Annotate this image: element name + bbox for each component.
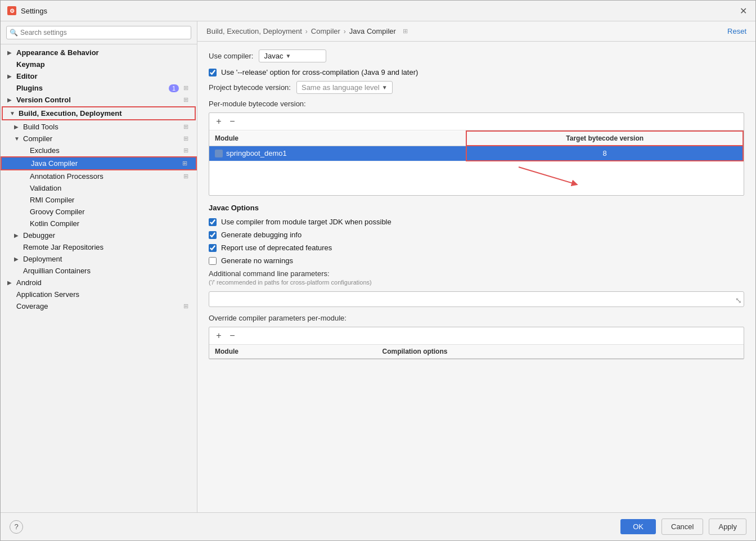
project-bytecode-label: Project bytecode version: bbox=[209, 83, 291, 92]
sidebar-item-keymap[interactable]: Keymap bbox=[1, 58, 197, 70]
sidebar-item-debugger[interactable]: ▶ Debugger bbox=[1, 229, 197, 241]
apply-button[interactable]: Apply bbox=[709, 519, 746, 535]
help-button[interactable]: ? bbox=[10, 520, 23, 534]
sidebar-item-label: Android bbox=[16, 278, 191, 287]
table-header-row: Module Target bytecode version bbox=[209, 131, 743, 146]
reset-button[interactable]: Reset bbox=[727, 27, 746, 35]
override-compilation-header: Compilation options bbox=[376, 345, 744, 359]
sidebar-item-label: Plugins bbox=[16, 84, 166, 92]
svg-line-1 bbox=[519, 167, 575, 184]
sidebar-item-plugins[interactable]: Plugins 1 ⊞ bbox=[1, 82, 197, 94]
sidebar-item-editor[interactable]: ▶ Editor bbox=[1, 70, 197, 82]
settings-tree: ▶ Appearance & Behavior Keymap ▶ Editor … bbox=[1, 44, 197, 512]
add-row-button[interactable]: + bbox=[213, 115, 225, 128]
settings-dialog: ⚙ Settings ✕ 🔍 ▶ Appearance & Behavior bbox=[0, 0, 756, 541]
breadcrumb-current: Java Compiler bbox=[349, 27, 396, 35]
sidebar-item-label: Remote Jar Repositories bbox=[23, 243, 191, 251]
sidebar-item-label: Deployment bbox=[23, 255, 191, 263]
expand-arrow: ▶ bbox=[14, 256, 21, 262]
expand-icon[interactable]: ⤡ bbox=[735, 296, 742, 305]
module-column-header: Module bbox=[209, 131, 466, 146]
sidebar-item-annotation-processors[interactable]: Annotation Processors ⊞ bbox=[1, 170, 197, 182]
breadcrumb: Build, Execution, Deployment › Compiler … bbox=[206, 27, 408, 35]
sidebar-item-label: Build Tools bbox=[23, 123, 181, 131]
app-icon: ⚙ bbox=[7, 6, 16, 15]
project-bytecode-dropdown[interactable]: Same as language level ▼ bbox=[296, 81, 393, 94]
sidebar-item-label: Application Servers bbox=[16, 290, 191, 299]
content-body: Use compiler: Javac ▼ Use '--release' op… bbox=[197, 42, 755, 512]
sidebar-item-kotlin-compiler[interactable]: Kotlin Compiler bbox=[1, 218, 197, 229]
module-cell: springboot_demo1 bbox=[209, 146, 466, 161]
override-remove-button[interactable]: − bbox=[226, 330, 238, 342]
sidebar-item-compiler[interactable]: ▼ Compiler ⊞ bbox=[1, 133, 197, 145]
expand-arrow: ▶ bbox=[7, 97, 14, 103]
close-button[interactable]: ✕ bbox=[737, 5, 749, 16]
bottom-bar: ? OK Cancel Apply bbox=[1, 512, 755, 540]
project-bytecode-row: Project bytecode version: Same as langua… bbox=[209, 81, 744, 94]
release-option-row: Use '--release' option for cross-compila… bbox=[209, 68, 744, 76]
use-compiler-label: Use compiler: bbox=[209, 52, 253, 60]
remove-row-button[interactable]: − bbox=[226, 115, 238, 128]
sidebar-item-groovy-compiler[interactable]: Groovy Compiler bbox=[1, 206, 197, 218]
sidebar-item-label: Annotation Processors bbox=[30, 172, 181, 181]
expand-arrow: ▶ bbox=[14, 232, 21, 238]
sidebar-item-label: Arquillian Containers bbox=[23, 267, 191, 275]
per-module-label: Per-module bytecode version: bbox=[209, 100, 744, 108]
dropdown-arrow-icon: ▼ bbox=[285, 53, 291, 59]
sidebar-item-rmi-compiler[interactable]: RMI Compiler bbox=[1, 194, 197, 206]
ok-button[interactable]: OK bbox=[620, 519, 656, 534]
expand-arrow: ▶ bbox=[7, 279, 14, 286]
sidebar-item-label: Groovy Compiler bbox=[30, 208, 191, 216]
sidebar-item-coverage[interactable]: Coverage ⊞ bbox=[1, 300, 197, 312]
main-area: 🔍 ▶ Appearance & Behavior Keymap ▶ bbox=[1, 21, 755, 512]
per-module-table-container: + − Module Target bytecode version bbox=[209, 112, 744, 196]
override-header-row: Module Compilation options bbox=[209, 345, 744, 359]
expand-arrow: ▶ bbox=[7, 73, 14, 79]
sidebar-item-validation[interactable]: Validation bbox=[1, 182, 197, 194]
sidebar-item-build-exec-deploy[interactable]: ▼ Build, Execution, Deployment bbox=[2, 106, 196, 120]
breadcrumb-sep: › bbox=[305, 28, 308, 35]
table-row[interactable]: springboot_demo1 8 bbox=[209, 146, 743, 161]
expand-arrow: ▶ bbox=[7, 49, 14, 56]
sidebar-item-arquillian[interactable]: Arquillian Containers bbox=[1, 265, 197, 277]
sidebar-item-remote-jar[interactable]: Remote Jar Repositories bbox=[1, 241, 197, 253]
gear-icon: ⊞ bbox=[183, 84, 191, 92]
cancel-button[interactable]: Cancel bbox=[662, 519, 703, 535]
checkbox-label-3: Report use of deprecated features bbox=[221, 244, 332, 252]
sidebar-item-build-tools[interactable]: ▶ Build Tools ⊞ bbox=[1, 121, 197, 133]
sidebar-item-android[interactable]: ▶ Android bbox=[1, 277, 197, 288]
params-input[interactable] bbox=[209, 291, 744, 307]
search-input[interactable] bbox=[6, 26, 191, 39]
sidebar-item-version-control[interactable]: ▶ Version Control ⊞ bbox=[1, 94, 197, 106]
sidebar-item-app-servers[interactable]: Application Servers bbox=[1, 288, 197, 300]
sidebar-item-label: Kotlin Compiler bbox=[30, 219, 191, 228]
override-table-toolbar: + − bbox=[209, 327, 744, 345]
params-label-wrap: Additional command line parameters: ('/'… bbox=[209, 269, 372, 286]
release-option-checkbox[interactable] bbox=[209, 69, 217, 76]
breadcrumb-sep-2: › bbox=[344, 28, 346, 35]
checkbox-no-warnings[interactable] bbox=[209, 257, 217, 265]
checkbox-label-4: Generate no warnings bbox=[221, 256, 293, 265]
use-compiler-dropdown[interactable]: Javac ▼ bbox=[259, 49, 326, 62]
page-icon: ⊞ bbox=[403, 28, 408, 35]
sidebar-item-excludes[interactable]: Excludes ⊞ bbox=[1, 145, 197, 156]
gear-icon: ⊞ bbox=[183, 96, 191, 104]
sidebar-item-java-compiler[interactable]: Java Compiler ⊞ bbox=[1, 156, 197, 170]
gear-icon: ⊞ bbox=[183, 303, 191, 310]
gear-icon: ⊞ bbox=[182, 160, 190, 168]
content-panel: Build, Execution, Deployment › Compiler … bbox=[197, 21, 755, 512]
sidebar-item-label: Validation bbox=[30, 184, 191, 192]
checkbox-row-1: Use compiler from module target JDK when… bbox=[209, 218, 744, 226]
checkbox-debug-info[interactable] bbox=[209, 231, 217, 239]
search-box: 🔍 bbox=[1, 21, 197, 44]
target-bytecode-column-header: Target bytecode version bbox=[466, 131, 743, 146]
sidebar-item-appearance[interactable]: ▶ Appearance & Behavior bbox=[1, 47, 197, 58]
javac-options-title: Javac Options bbox=[209, 204, 744, 212]
checkbox-row-4: Generate no warnings bbox=[209, 256, 744, 265]
checkbox-use-compiler[interactable] bbox=[209, 218, 217, 226]
override-add-button[interactable]: + bbox=[213, 330, 225, 342]
checkbox-deprecated[interactable] bbox=[209, 244, 217, 252]
content-header: Build, Execution, Deployment › Compiler … bbox=[197, 21, 755, 42]
params-hint: ('/' recommended in paths for cross-plat… bbox=[209, 279, 372, 286]
sidebar-item-deployment[interactable]: ▶ Deployment bbox=[1, 253, 197, 265]
